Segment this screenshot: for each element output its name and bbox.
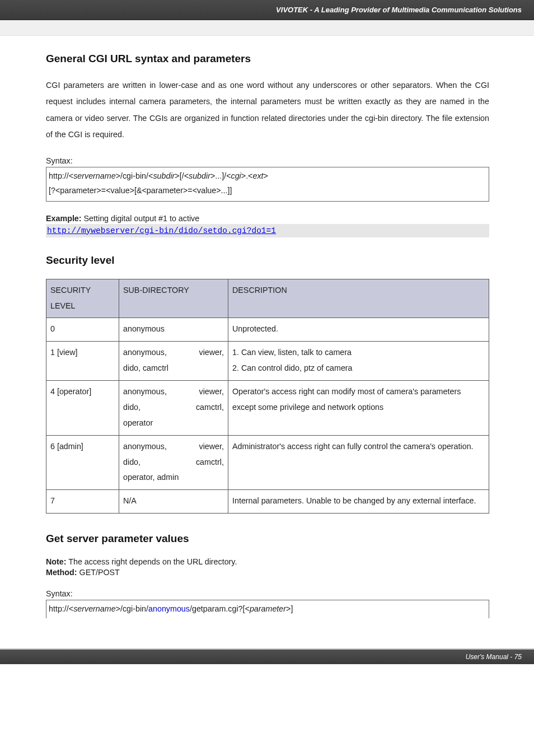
syntax-label-1: Syntax: bbox=[46, 156, 489, 165]
th-sub-directory: SUB-DIRECTORY bbox=[119, 279, 228, 318]
th-security-level: SECURITY LEVEL bbox=[46, 279, 119, 318]
banner-text: VIVOTEK - A Leading Provider of Multimed… bbox=[276, 6, 522, 14]
note-line: Note: The access right depends on the UR… bbox=[46, 557, 489, 566]
example-link-box: http://mywebserver/cgi-bin/dido/setdo.cg… bbox=[46, 224, 489, 237]
heading-security: Security level bbox=[46, 254, 489, 267]
footer-bar: User's Manual - 75 bbox=[0, 648, 534, 664]
syntax-box-1: http://<servername>/cgi-bin/<subdir>[/<s… bbox=[46, 167, 489, 201]
heading-general: General CGI URL syntax and parameters bbox=[46, 53, 489, 65]
header-banner: VIVOTEK - A Leading Provider of Multimed… bbox=[0, 0, 534, 20]
syntax-box-2: http://<servername>/cgi-bin/anonymous/ge… bbox=[46, 600, 489, 618]
syntax-label-2: Syntax: bbox=[46, 589, 489, 598]
security-table: SECURITY LEVEL SUB-DIRECTORY DESCRIPTION… bbox=[46, 279, 489, 514]
method-line: Method: GET/POST bbox=[46, 568, 489, 577]
heading-getserver: Get server parameter values bbox=[46, 533, 489, 545]
page-content: General CGI URL syntax and parameters CG… bbox=[0, 36, 534, 624]
table-row: 6 [admin] anonymous,viewer, dido,camctrl… bbox=[46, 435, 489, 490]
syntax-line-2: [?<parameter>=<value>[&<parameter>=<valu… bbox=[49, 184, 486, 198]
th-description: DESCRIPTION bbox=[228, 279, 489, 318]
table-header-row: SECURITY LEVEL SUB-DIRECTORY DESCRIPTION bbox=[46, 279, 489, 318]
header-stripe bbox=[0, 20, 534, 36]
syntax-line-1: http://<servername>/cgi-bin/<subdir>[/<s… bbox=[49, 169, 486, 184]
table-row: 7 N/A Internal parameters. Unable to be … bbox=[46, 490, 489, 514]
footer-text: User's Manual - 75 bbox=[466, 653, 522, 661]
example-link[interactable]: http://mywebserver/cgi-bin/dido/setdo.cg… bbox=[47, 226, 276, 235]
table-row: 1 [view] anonymous,viewer, dido, camctrl… bbox=[46, 342, 489, 381]
table-row: 0 anonymous Unprotected. bbox=[46, 318, 489, 342]
paragraph-general: CGI parameters are written in lower-case… bbox=[46, 77, 489, 143]
table-row: 4 [operator] anonymous,viewer, dido,camc… bbox=[46, 381, 489, 436]
example-label: Example: Setting digital output #1 to ac… bbox=[46, 214, 489, 223]
